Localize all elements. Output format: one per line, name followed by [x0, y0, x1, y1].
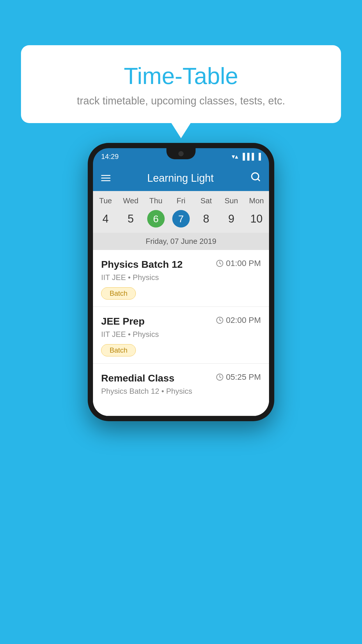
day-header-sat: Sat [194, 196, 219, 205]
schedule-item-1-header: Physics Batch 12 01:00 PM [101, 259, 261, 270]
schedule-item-1-badge: Batch [101, 287, 136, 300]
schedule-item-2-badge: Batch [101, 344, 136, 356]
bubble-subtitle: track timetable, upcoming classes, tests… [33, 95, 329, 107]
search-button[interactable] [250, 172, 261, 185]
day-header-thu: Thu [143, 196, 168, 205]
day-header-sun: Sun [219, 196, 244, 205]
day-6-circle: 6 [147, 210, 165, 228]
day-headers: Tue Wed Thu Fri Sat Sun Mon [93, 191, 269, 208]
day-header-wed: Wed [118, 196, 143, 205]
signal-icon: ▐▐▐ [240, 153, 254, 160]
schedule-item-1-time-text: 01:00 PM [226, 259, 261, 268]
day-numbers: 4 5 6 7 8 9 10 [93, 208, 269, 233]
battery-icon: ▐ [256, 153, 261, 160]
schedule-item-2-time: 02:00 PM [216, 316, 261, 325]
schedule-item-2-header: JEE Prep 02:00 PM [101, 316, 261, 327]
schedule-item-3-time: 05:25 PM [216, 372, 261, 382]
phone-notch [166, 148, 196, 159]
schedule-item-2-detail: IIT JEE • Physics [101, 330, 261, 339]
selected-date-label: Friday, 07 June 2019 [93, 233, 269, 250]
schedule-item-1-name: Physics Batch 12 [101, 259, 183, 270]
hamburger-menu-icon[interactable] [101, 175, 110, 181]
schedule-list: Physics Batch 12 01:00 PM IIT JEE • Phys… [93, 250, 269, 416]
day-6[interactable]: 6 [143, 210, 168, 228]
phone-mockup: 14:29 ▾▴ ▐▐▐ ▐ Learning Light [88, 143, 274, 421]
app-header: Learning Light [93, 165, 269, 191]
wifi-icon: ▾▴ [232, 153, 238, 160]
status-icons: ▾▴ ▐▐▐ ▐ [232, 153, 261, 160]
schedule-item-3-time-text: 05:25 PM [226, 372, 261, 382]
phone-outer: 14:29 ▾▴ ▐▐▐ ▐ Learning Light [88, 143, 274, 421]
calendar-strip: Tue Wed Thu Fri Sat Sun Mon 4 5 6 7 [93, 191, 269, 250]
status-time: 14:29 [101, 153, 119, 161]
speech-bubble-container: Time-Table track timetable, upcoming cla… [21, 45, 341, 123]
schedule-item-1[interactable]: Physics Batch 12 01:00 PM IIT JEE • Phys… [93, 250, 269, 307]
app-title: Learning Light [147, 172, 214, 184]
day-header-fri: Fri [168, 196, 194, 205]
day-4[interactable]: 4 [93, 210, 118, 228]
day-8[interactable]: 8 [194, 210, 219, 228]
day-5[interactable]: 5 [118, 210, 143, 228]
schedule-item-1-time: 01:00 PM [216, 259, 261, 268]
schedule-item-2-name: JEE Prep [101, 316, 145, 327]
schedule-item-3[interactable]: Remedial Class 05:25 PM Physics Batch 12… [93, 364, 269, 416]
day-header-tue: Tue [93, 196, 118, 205]
schedule-item-2-time-text: 02:00 PM [226, 316, 261, 325]
day-header-mon: Mon [244, 196, 269, 205]
camera-dot [178, 151, 184, 156]
schedule-item-3-detail: Physics Batch 12 • Physics [101, 387, 261, 396]
svg-line-1 [258, 179, 260, 181]
bubble-title: Time-Table [33, 63, 329, 90]
day-7-circle: 7 [172, 210, 190, 228]
schedule-item-3-name: Remedial Class [101, 372, 174, 384]
day-9[interactable]: 9 [219, 210, 244, 228]
status-bar: 14:29 ▾▴ ▐▐▐ ▐ [93, 148, 269, 165]
day-7[interactable]: 7 [168, 210, 194, 228]
schedule-item-1-detail: IIT JEE • Physics [101, 273, 261, 282]
schedule-item-3-header: Remedial Class 05:25 PM [101, 372, 261, 384]
day-10[interactable]: 10 [244, 210, 269, 228]
speech-bubble: Time-Table track timetable, upcoming cla… [21, 45, 341, 123]
app-screen: Learning Light Tue Wed Thu Fri Sat Sun [93, 165, 269, 416]
schedule-item-2[interactable]: JEE Prep 02:00 PM IIT JEE • Physics Batc… [93, 307, 269, 364]
